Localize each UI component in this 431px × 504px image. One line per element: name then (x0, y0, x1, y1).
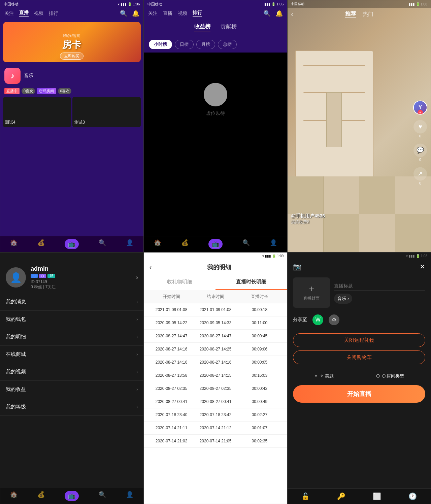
close-button-6[interactable]: ✕ (420, 263, 425, 271)
signal-icon: ▮▮▮ (121, 2, 127, 6)
music-section: ♪ 音乐 (0, 65, 143, 87)
nav-live-2[interactable]: 直播 (163, 10, 172, 16)
table-row: 2020-08-27 14:47 2020-08-27 14:47 00:00:… (144, 330, 287, 343)
key-icon-6[interactable]: 🔑 (337, 492, 345, 500)
profile-menu: 我的消息 › 我的钱包 › 我的明细 › 在线商城 › 我的视频 › 我的收益 … (0, 293, 143, 416)
room-type-setting[interactable]: ⬡ ⬡ 房间类型 (376, 373, 404, 379)
lock-icon-6[interactable]: 🔓 (301, 492, 310, 500)
status-time-3: 1:08 (421, 2, 427, 6)
status-bar-1: 中国移动 ▾ ▮▮▮ 🔋 1:06 (0, 0, 143, 8)
sub-tab-month[interactable]: 月榜 (196, 40, 215, 49)
empty-text: 虚位以待 (206, 110, 225, 116)
bottom-wallet[interactable]: 💰 (37, 239, 45, 249)
bottom-home-2[interactable]: 🏠 (154, 239, 161, 249)
profile-icon-4: 👤 (126, 491, 133, 498)
heart-count: 0 (419, 134, 421, 138)
tab-recommend[interactable]: 推荐 (345, 10, 356, 18)
bottom-live[interactable]: 📺 (65, 239, 79, 249)
back-button-5[interactable]: ‹ (150, 263, 152, 271)
add-cover-icon: + (309, 283, 314, 294)
menu-income[interactable]: 我的收益 › (0, 381, 143, 398)
tab-duration[interactable]: 直播时长明细 (216, 275, 287, 290)
menu-messages[interactable]: 我的消息 › (0, 293, 143, 311)
status-carrier: 中国移动 (4, 2, 19, 7)
bottom-live-4[interactable]: 📺 (65, 491, 79, 501)
banner-badge[interactable]: 立即购买 (60, 53, 84, 60)
search-icon: 🔍 (99, 239, 106, 246)
comment-count: 0 (419, 158, 421, 162)
start-live-button[interactable]: 开始直播 (293, 385, 425, 403)
menu-video[interactable]: 我的视频 › (0, 363, 143, 381)
status-time: 1:06 (133, 2, 140, 6)
bottom-profile-4[interactable]: 👤 (126, 491, 133, 501)
live-option-buttons: 关闭远程礼物 关闭购物车 (288, 328, 431, 370)
beauty-setting[interactable]: ✧ ✧ 美颜 (314, 373, 334, 379)
menu-shop[interactable]: 在线商城 › (0, 346, 143, 363)
profile-chevron[interactable]: › (136, 274, 138, 281)
table-row: 2020-08-27 02:35 2020-08-27 02:35 00:00:… (144, 382, 287, 395)
menu-wallet[interactable]: 我的钱包 › (0, 311, 143, 328)
bottom-home-4[interactable]: 🏠 (10, 491, 18, 501)
tab-gifts[interactable]: 收礼物明细 (144, 275, 216, 290)
sub-tab-total[interactable]: 总榜 (218, 40, 237, 49)
bottom-profile[interactable]: 👤 (126, 239, 133, 249)
home-icon-4: 🏠 (10, 491, 18, 498)
clock-icon-6[interactable]: 🕐 (408, 492, 417, 500)
bottom-live-2[interactable]: 📺 (208, 239, 223, 249)
nav-follow-2[interactable]: 关注 (148, 10, 158, 16)
nav-rank-1[interactable]: 排行 (49, 10, 58, 16)
bottom-search[interactable]: 🔍 (99, 239, 106, 249)
bottom-search-2[interactable]: 🔍 (242, 239, 250, 249)
panel-start-live: ▾ ▮▮▮ 🔋 1:08 📷 ✕ + 直播封面 音乐 › 分享至 (287, 252, 431, 504)
bell-icon-1[interactable]: 🔔 (132, 10, 139, 17)
sub-tab-day[interactable]: 日榜 (175, 40, 194, 49)
banner-1[interactable]: 嗨/狗/游戏 房卡 立即购买 (3, 22, 141, 62)
bottom-profile-2[interactable]: 👤 (270, 239, 277, 249)
live-title-input[interactable] (334, 281, 425, 291)
cover-upload-box[interactable]: + 直播封面 (293, 277, 330, 308)
tab-income[interactable]: 收益榜 (194, 23, 210, 32)
nav-video-2[interactable]: 视频 (178, 10, 187, 16)
room-type-icon: ⬡ (376, 373, 380, 378)
bottom-search-4[interactable]: 🔍 (99, 491, 106, 501)
menu-level[interactable]: 我的等级 › (0, 398, 143, 416)
bell-icon-2[interactable]: 🔔 (275, 10, 283, 17)
search-icon-1[interactable]: 🔍 (120, 10, 127, 17)
music-selector[interactable]: 音乐 › (334, 294, 352, 304)
bottom-home[interactable]: 🏠 (10, 239, 18, 249)
tag-likes-1: 0喜欢 (22, 88, 35, 94)
screen-icon-6[interactable]: ⬜ (373, 492, 381, 500)
search-icon-2[interactable]: 🔍 (263, 10, 271, 17)
top-nav-3: ‹ 推荐 热门 (288, 8, 431, 21)
home-icon: 🏠 (10, 239, 18, 246)
wifi-icon-6: ▾ (406, 254, 408, 258)
tab-contribution[interactable]: 贡献榜 (221, 23, 237, 32)
close-cart-button[interactable]: 关闭购物车 (293, 350, 425, 364)
status-left-3: 中国移动 (291, 2, 304, 6)
nav-video-1[interactable]: 视频 (34, 10, 43, 16)
wechat-share-icon[interactable]: W (312, 314, 323, 325)
sub-tab-hour[interactable]: 小时榜 (149, 40, 172, 49)
live-card-1[interactable]: 测试4 (3, 97, 71, 127)
video-description: 搞笑收费8 (291, 219, 325, 225)
menu-label-wallet: 我的钱包 (6, 316, 26, 323)
live-settings: ✧ ✧ 美颜 ⬡ ⬡ 房间类型 (288, 370, 431, 382)
other-share-icon[interactable]: ⚙ (329, 314, 339, 325)
bottom-wallet-2[interactable]: 💰 (181, 239, 189, 249)
comment-action[interactable]: 💬 0 (413, 144, 427, 162)
tab-hot[interactable]: 热门 (363, 11, 373, 18)
bottom-wallet-4[interactable]: 💰 (37, 491, 45, 501)
music-icon[interactable]: ♪ (4, 68, 21, 84)
heart-action[interactable]: ♥ 0 (413, 120, 427, 138)
nav-live-1[interactable]: 直播 (19, 10, 29, 17)
profile-icon: 👤 (126, 239, 133, 246)
profile-stats: 0 粉丝 | 7关注 (31, 284, 131, 290)
menu-detail[interactable]: 我的明细 › (0, 328, 143, 346)
back-button-3[interactable]: ‹ (291, 10, 293, 18)
close-gift-button[interactable]: 关闭远程礼物 (293, 333, 425, 347)
live-card-2[interactable]: 测试3 (72, 97, 140, 127)
share-action[interactable]: ↗ 0 (413, 167, 427, 186)
avatar-action[interactable]: Y + (413, 101, 427, 115)
nav-follow-1[interactable]: 关注 (4, 10, 14, 16)
nav-rank-2[interactable]: 排行 (193, 10, 202, 17)
